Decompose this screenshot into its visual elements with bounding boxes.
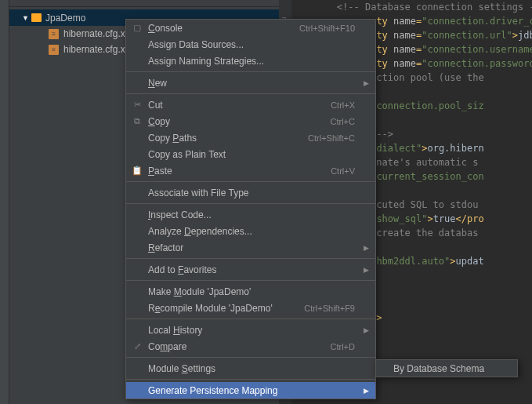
menu-separator xyxy=(126,203,375,204)
menu-item[interactable]: ⧉CopyCtrl+C xyxy=(126,113,375,129)
menu-item-label: Generate Persistence Mapping xyxy=(148,385,355,396)
submenu-arrow-icon: ▶ xyxy=(364,244,369,252)
submenu-arrow-icon: ▶ xyxy=(364,266,369,274)
menu-item-icon: ⤢ xyxy=(131,340,143,353)
menu-item-label: Cut xyxy=(148,100,331,111)
menu-item-icon xyxy=(131,384,143,397)
xml-file-icon: ≡ xyxy=(49,29,59,39)
menu-item-label: Local History xyxy=(148,325,355,336)
menu-item-label: Copy Paths xyxy=(148,133,308,144)
file-label: hibernate.cfg.xr xyxy=(63,28,128,39)
context-menu[interactable]: ▢ConsoleCtrl+Shift+F10Assign Data Source… xyxy=(125,19,376,399)
menu-item[interactable]: Refactor▶ xyxy=(126,239,375,256)
menu-item-label: Console xyxy=(148,23,299,34)
menu-item-icon xyxy=(131,209,143,221)
menu-item[interactable]: Associate with File Type xyxy=(126,184,375,201)
menu-item-label: Add to Favorites xyxy=(148,264,355,275)
menu-item[interactable]: Make Module 'JpaDemo' xyxy=(126,283,375,300)
menu-item-label: By Database Schema xyxy=(393,363,497,374)
menu-item-icon xyxy=(131,286,143,298)
menu-item[interactable]: Inspect Code... xyxy=(126,206,375,223)
menu-item-label: Copy as Plain Text xyxy=(148,149,355,160)
menu-item-label: Assign Data Sources... xyxy=(148,39,355,50)
menu-separator xyxy=(126,258,375,259)
menu-item-label: Analyze Dependencies... xyxy=(148,226,355,237)
submenu-arrow-icon: ▶ xyxy=(364,326,369,334)
menu-item-icon xyxy=(131,324,143,337)
menu-item-label: Make Module 'JpaDemo' xyxy=(148,286,355,297)
menu-item-shortcut: Ctrl+V xyxy=(331,166,355,176)
menu-item[interactable]: New▶ xyxy=(126,75,375,91)
menu-item-label: Copy xyxy=(148,116,331,127)
menu-item-icon xyxy=(131,362,143,375)
menu-item-icon xyxy=(131,55,143,67)
menu-item-shortcut: Ctrl+Shift+C xyxy=(308,133,355,143)
menu-item-icon xyxy=(131,302,143,315)
menu-item-shortcut: Ctrl+Shift+F9 xyxy=(304,304,355,313)
menu-item-shortcut: Ctrl+C xyxy=(331,117,355,126)
menu-item-icon xyxy=(131,242,143,254)
menu-item-icon: 📋 xyxy=(131,165,143,177)
menu-separator xyxy=(126,318,375,319)
menu-separator xyxy=(126,357,375,358)
project-label: JpaDemo xyxy=(45,13,85,24)
menu-item[interactable]: Assign Data Sources... xyxy=(126,36,375,53)
menu-item[interactable]: Analyze Dependencies... xyxy=(126,223,375,239)
menu-item[interactable]: ✂CutCtrl+X xyxy=(126,96,375,113)
menu-item-shortcut: Ctrl+D xyxy=(331,342,355,351)
menu-item-icon xyxy=(131,225,143,238)
menu-item[interactable]: Assign Naming Strategies... xyxy=(126,53,375,69)
menu-separator xyxy=(126,379,375,380)
menu-item-label: Associate with File Type xyxy=(148,187,355,198)
menu-item-icon: ✂ xyxy=(131,99,143,111)
submenu-arrow-icon: ▶ xyxy=(364,387,369,395)
menu-item-label: New xyxy=(148,78,355,89)
menu-separator xyxy=(126,280,375,281)
menu-item-shortcut: Ctrl+X xyxy=(331,100,355,110)
menu-item-label: Inspect Code... xyxy=(148,209,355,220)
menu-item-icon xyxy=(131,77,143,89)
file-label: hibernate.cfg.xr xyxy=(63,44,128,55)
xml-file-icon: ≡ xyxy=(49,45,59,55)
menu-item-shortcut: Ctrl+Shift+F10 xyxy=(299,24,355,33)
menu-item-label: Refactor xyxy=(148,242,355,253)
menu-item-icon xyxy=(131,264,143,276)
menu-item-label: Compare xyxy=(148,341,331,352)
menu-item-label: Recompile Module 'JpaDemo' xyxy=(148,303,304,314)
menu-item[interactable]: 📋PasteCtrl+V xyxy=(126,162,375,179)
menu-separator xyxy=(126,71,375,72)
menu-item[interactable]: Module Settings xyxy=(126,360,375,377)
module-icon xyxy=(31,13,42,22)
menu-item-label: Assign Naming Strategies... xyxy=(148,56,355,67)
menu-item-by-database-schema[interactable]: By Database Schema xyxy=(376,360,517,377)
menu-item[interactable]: ▢ConsoleCtrl+Shift+F10 xyxy=(126,20,375,36)
menu-item-label: Paste xyxy=(148,166,331,177)
menu-item-label: Module Settings xyxy=(148,363,355,374)
menu-item[interactable]: Local History▶ xyxy=(126,322,375,338)
menu-separator xyxy=(126,181,375,182)
context-submenu[interactable]: By Database Schema xyxy=(375,359,518,377)
menu-item[interactable]: ⤢CompareCtrl+D xyxy=(126,338,375,355)
expand-arrow-icon[interactable]: ▼ xyxy=(22,14,30,22)
menu-item[interactable]: Copy as Plain Text xyxy=(126,146,375,162)
menu-item-icon xyxy=(131,148,143,161)
menu-separator xyxy=(126,93,375,94)
menu-item-icon xyxy=(131,38,143,51)
tool-window-strip xyxy=(0,0,9,404)
menu-item[interactable]: Copy PathsCtrl+Shift+C xyxy=(126,129,375,146)
menu-item[interactable]: Generate Persistence Mapping▶ xyxy=(126,382,375,399)
menu-item-icon xyxy=(131,132,143,144)
menu-item[interactable]: Add to Favorites▶ xyxy=(126,261,375,278)
submenu-arrow-icon: ▶ xyxy=(364,79,369,87)
project-toolbar xyxy=(9,0,279,7)
menu-item-icon: ⧉ xyxy=(131,115,143,128)
menu-item[interactable]: Recompile Module 'JpaDemo'Ctrl+Shift+F9 xyxy=(126,300,375,316)
menu-item-icon xyxy=(131,187,143,199)
menu-item-icon: ▢ xyxy=(131,22,143,35)
